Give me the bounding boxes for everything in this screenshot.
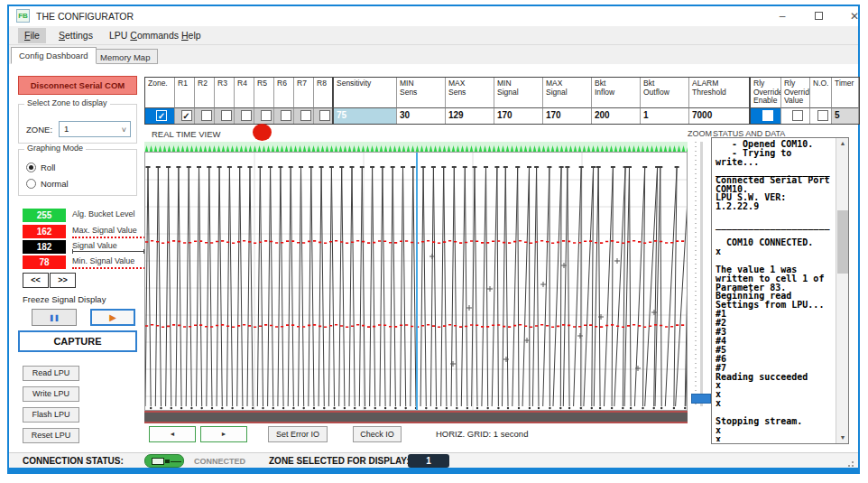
zone-select[interactable]: 1 ˅ bbox=[59, 121, 131, 137]
menu-settings[interactable]: Settings bbox=[52, 28, 99, 43]
col-header: R7 bbox=[294, 78, 314, 108]
max-sens-cell[interactable]: 129 bbox=[446, 108, 494, 124]
read-lpu-button[interactable]: Read LPU bbox=[23, 366, 79, 381]
title-bar: FB THE CONFIGURATOR – ✕ bbox=[9, 6, 858, 26]
col-header: Bkt Outflow bbox=[641, 78, 689, 108]
minimize-button[interactable]: – bbox=[767, 6, 798, 26]
col-header: R8 bbox=[314, 78, 334, 108]
relay-r2-checkbox[interactable] bbox=[201, 110, 212, 121]
min-sens-cell[interactable]: 30 bbox=[397, 108, 446, 124]
col-header: MIN Sens bbox=[397, 78, 446, 108]
bucket-level-strip bbox=[144, 142, 688, 152]
connection-status-label: CONNECTION STATUS: bbox=[23, 456, 124, 466]
scroll-left-button[interactable]: ◄ bbox=[149, 426, 196, 442]
scroll-up-icon[interactable]: ▲ bbox=[836, 138, 849, 149]
graphing-mode-groupbox: Graphing Mode Roll Normal bbox=[18, 149, 137, 196]
relay-r1-checkbox[interactable]: ✓ bbox=[181, 110, 192, 121]
timer-cell[interactable]: 5 bbox=[832, 108, 859, 124]
freeze-signal-label: Freeze Signal Display bbox=[23, 294, 106, 304]
menu-lpu-commands[interactable]: LPU Commands bbox=[103, 28, 185, 43]
col-header: R4 bbox=[235, 78, 254, 108]
connected-plug-icon bbox=[144, 454, 184, 468]
tab-config-dashboard[interactable]: Config Dashboard bbox=[11, 47, 97, 64]
zone-config-table: Zone.R1R2R3R4R5R6R7R8SensitivityMIN Sens… bbox=[144, 77, 860, 125]
relay-r4-checkbox[interactable] bbox=[241, 110, 252, 121]
col-header: R1 bbox=[175, 78, 195, 108]
write-lpu-button[interactable]: Write LPU bbox=[23, 386, 79, 402]
min-signal-cell[interactable]: 170 bbox=[494, 108, 543, 124]
relay-r7-checkbox[interactable] bbox=[300, 110, 311, 121]
app-window: FB THE CONFIGURATOR – ✕ FileSettingsLPU … bbox=[7, 5, 860, 474]
legend-value-box: 182 bbox=[23, 240, 66, 254]
legend-label: Min. Signal Value bbox=[72, 256, 134, 265]
bkt-outflow-cell[interactable]: 1 bbox=[641, 108, 689, 124]
pause-button[interactable]: ❚❚ bbox=[32, 309, 77, 326]
resize-grip[interactable] bbox=[847, 459, 856, 468]
legend-row: 162Max. Signal Value bbox=[23, 225, 149, 239]
status-data-panel: - Opened COM10. - Trying to write... ___… bbox=[711, 137, 849, 444]
relay-r4 bbox=[235, 108, 254, 124]
set-error-io-button[interactable]: Set Error IO bbox=[268, 426, 328, 442]
flash-lpu-button[interactable]: Flash LPU bbox=[23, 407, 79, 423]
scroll-right-button[interactable]: ► bbox=[200, 426, 247, 442]
relay-r6-checkbox[interactable] bbox=[281, 110, 291, 121]
status-scrollbar[interactable]: ▲ ▼ bbox=[836, 138, 848, 443]
play-button[interactable]: ▶ bbox=[90, 309, 135, 326]
scroll-thumb[interactable] bbox=[837, 210, 848, 274]
realtime-view-label: REAL TIME VIEW bbox=[152, 129, 221, 139]
zoom-slider-ticks bbox=[695, 142, 697, 406]
max-signal-cell[interactable]: 170 bbox=[543, 108, 592, 124]
col-header: N.O. bbox=[810, 78, 832, 108]
col-header: Rly Override Enable bbox=[751, 78, 781, 108]
capture-button[interactable]: CAPTURE bbox=[18, 330, 137, 352]
relay-r8 bbox=[314, 108, 334, 124]
zone-group-title: Select Zone to display bbox=[24, 98, 110, 107]
col-header: MAX Signal bbox=[543, 78, 592, 108]
sensitivity-cell[interactable]: 75 bbox=[334, 108, 397, 124]
signal-range-line bbox=[72, 251, 144, 252]
col-header: Sensitivity bbox=[334, 78, 397, 108]
col-header: Bkt Inflow bbox=[592, 78, 641, 108]
legend-row: 182Signal Value bbox=[23, 240, 149, 255]
disconnect-serial-button[interactable]: Disconnect Serial COM bbox=[18, 76, 137, 95]
relay-r6 bbox=[274, 108, 294, 124]
radio-roll[interactable]: Roll bbox=[26, 163, 55, 174]
signal-plot[interactable] bbox=[144, 152, 688, 411]
rly-override-value-checkbox[interactable] bbox=[792, 110, 803, 121]
rly-override-enable-checkbox[interactable] bbox=[762, 110, 773, 121]
menu-file[interactable]: File bbox=[18, 28, 46, 43]
legend-value-box: 255 bbox=[23, 209, 66, 222]
legend-label: Alg. Bucket Level bbox=[72, 209, 135, 218]
red-dotted-line bbox=[72, 237, 155, 238]
relay-r3 bbox=[215, 108, 235, 124]
plug-pin bbox=[165, 460, 170, 463]
zone-enable-checkbox[interactable]: ✓ bbox=[156, 110, 167, 121]
relay-r5-checkbox[interactable] bbox=[261, 110, 272, 121]
rly-override-enable bbox=[751, 108, 781, 124]
check-io-button[interactable]: Check IO bbox=[353, 426, 402, 442]
reset-lpu-button[interactable]: Reset LPU bbox=[23, 428, 79, 443]
zone-select-value: 1 bbox=[64, 124, 69, 134]
n-o-checkbox[interactable] bbox=[817, 110, 828, 121]
relay-r8-checkbox[interactable] bbox=[319, 110, 330, 121]
page-back-button[interactable]: << bbox=[23, 273, 49, 288]
maximize-button[interactable] bbox=[803, 6, 834, 26]
col-header: R2 bbox=[195, 78, 215, 108]
menu-help[interactable]: Help bbox=[175, 28, 208, 43]
tab-memory-map[interactable]: Memory Map bbox=[92, 49, 158, 64]
alarm-threshold-cell[interactable]: 7000 bbox=[689, 108, 751, 124]
plot-bottom-strip bbox=[144, 411, 688, 423]
zoom-slider-track[interactable] bbox=[700, 142, 703, 406]
screen: FB THE CONFIGURATOR – ✕ FileSettingsLPU … bbox=[0, 0, 868, 483]
page-forward-button[interactable]: >> bbox=[50, 273, 76, 288]
bkt-inflow-cell[interactable]: 200 bbox=[592, 108, 641, 124]
col-header: Zone. bbox=[145, 78, 175, 108]
alarm-indicator-dot bbox=[253, 124, 272, 141]
radio-normal[interactable]: Normal bbox=[26, 179, 69, 190]
close-button[interactable]: ✕ bbox=[839, 6, 868, 26]
col-header: Rly Override Value bbox=[781, 78, 810, 108]
zone-enable: ✓ bbox=[145, 108, 175, 124]
scroll-down-icon[interactable]: ▼ bbox=[836, 432, 849, 443]
zoom-slider-handle[interactable] bbox=[691, 394, 711, 404]
relay-r3-checkbox[interactable] bbox=[221, 110, 232, 121]
